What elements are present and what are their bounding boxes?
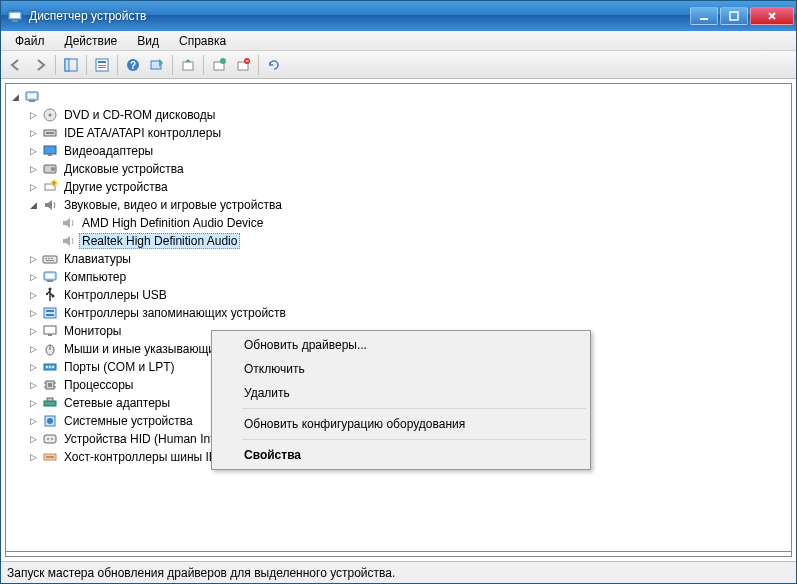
tree-category[interactable]: ◢Звуковые, видео и игровые устройства bbox=[6, 196, 791, 214]
svg-rect-61 bbox=[44, 401, 56, 406]
speaker-icon bbox=[60, 233, 76, 249]
tree-device[interactable]: Realtek High Definition Audio bbox=[6, 232, 791, 250]
toolbar-separator bbox=[172, 55, 173, 75]
expand-icon[interactable]: ▷ bbox=[27, 397, 39, 409]
menu-help[interactable]: Справка bbox=[171, 32, 234, 50]
tree-root-node[interactable]: ◢ bbox=[6, 88, 791, 106]
svg-rect-39 bbox=[46, 274, 54, 278]
ctx-disable[interactable]: Отключить bbox=[214, 357, 588, 381]
svg-point-64 bbox=[47, 418, 53, 424]
minimize-button[interactable] bbox=[690, 7, 718, 25]
svg-rect-26 bbox=[44, 146, 56, 154]
tree-category[interactable]: ▷Компьютер bbox=[6, 268, 791, 286]
tree-category-label: Процессоры bbox=[61, 377, 137, 393]
computer-icon bbox=[24, 89, 40, 105]
collapse-icon[interactable]: ◢ bbox=[9, 91, 21, 103]
expand-icon[interactable]: ▷ bbox=[27, 289, 39, 301]
uninstall-button[interactable] bbox=[232, 54, 254, 76]
svg-point-52 bbox=[46, 366, 48, 368]
ctx-delete[interactable]: Удалить bbox=[214, 381, 588, 405]
enable-button[interactable] bbox=[208, 54, 230, 76]
display-icon bbox=[42, 143, 58, 159]
properties-button[interactable] bbox=[91, 54, 113, 76]
expand-icon[interactable]: ▷ bbox=[27, 109, 39, 121]
svg-rect-62 bbox=[47, 398, 53, 401]
tree-category[interactable]: ▷Видеоадаптеры bbox=[6, 142, 791, 160]
tree-category[interactable]: ▷Контроллеры запоминающих устройств bbox=[6, 304, 791, 322]
svg-rect-47 bbox=[44, 326, 56, 334]
system-icon bbox=[42, 413, 58, 429]
svg-rect-20 bbox=[28, 94, 36, 98]
ide-icon bbox=[42, 125, 58, 141]
toolbar-separator bbox=[203, 55, 204, 75]
expand-icon[interactable]: ▷ bbox=[27, 415, 39, 427]
maximize-button[interactable] bbox=[720, 7, 748, 25]
svg-rect-3 bbox=[700, 18, 708, 20]
help-button[interactable]: ? bbox=[122, 54, 144, 76]
tree-category[interactable]: ▷Дисковые устройства bbox=[6, 160, 791, 178]
back-button[interactable] bbox=[5, 54, 27, 76]
svg-point-16 bbox=[220, 58, 226, 64]
show-hide-tree-button[interactable] bbox=[60, 54, 82, 76]
svg-rect-14 bbox=[183, 62, 193, 70]
close-button[interactable] bbox=[750, 7, 794, 25]
tree-category[interactable]: ▷Контроллеры USB bbox=[6, 286, 791, 304]
svg-rect-6 bbox=[65, 59, 69, 71]
expand-icon[interactable]: ▷ bbox=[27, 451, 39, 463]
titlebar: Диспетчер устройств bbox=[1, 1, 796, 31]
tree-category-label: Контроллеры запоминающих устройств bbox=[61, 305, 289, 321]
svg-rect-48 bbox=[48, 334, 52, 336]
update-driver-button[interactable] bbox=[177, 54, 199, 76]
menu-view[interactable]: Вид bbox=[129, 32, 167, 50]
expand-icon[interactable]: ▷ bbox=[27, 163, 39, 175]
ctx-update-drivers[interactable]: Обновить драйверы... bbox=[214, 333, 588, 357]
tree-category-label: Мониторы bbox=[61, 323, 124, 339]
tree-category-label: Сетевые адаптеры bbox=[61, 395, 173, 411]
monitor-icon bbox=[42, 323, 58, 339]
tree-category-label: Клавиатуры bbox=[61, 251, 134, 267]
tree-category[interactable]: ▷DVD и CD-ROM дисководы bbox=[6, 106, 791, 124]
svg-point-53 bbox=[49, 366, 51, 368]
svg-rect-40 bbox=[47, 280, 53, 282]
expand-icon[interactable]: ▷ bbox=[27, 343, 39, 355]
refresh-button[interactable] bbox=[263, 54, 285, 76]
tree-device[interactable]: AMD High Definition Audio Device bbox=[6, 214, 791, 232]
disc-icon bbox=[42, 107, 58, 123]
computer-icon bbox=[42, 269, 58, 285]
expand-icon[interactable]: ▷ bbox=[27, 379, 39, 391]
tree-category-label: Дисковые устройства bbox=[61, 161, 187, 177]
forward-button[interactable] bbox=[29, 54, 51, 76]
menu-action[interactable]: Действие bbox=[57, 32, 126, 50]
svg-rect-56 bbox=[48, 383, 52, 387]
expand-icon[interactable]: ▷ bbox=[27, 145, 39, 157]
expand-icon[interactable]: ▷ bbox=[27, 253, 39, 265]
menu-file[interactable]: Файл bbox=[7, 32, 53, 50]
collapse-icon[interactable]: ◢ bbox=[27, 199, 39, 211]
svg-rect-34 bbox=[45, 258, 47, 259]
window-title: Диспетчер устройств bbox=[29, 9, 690, 23]
svg-rect-21 bbox=[29, 100, 35, 102]
tree-category-label: DVD и CD-ROM дисководы bbox=[61, 107, 218, 123]
tree-category[interactable]: ▷IDE ATA/ATAPI контроллеры bbox=[6, 124, 791, 142]
port-icon bbox=[42, 359, 58, 375]
toolbar-separator bbox=[55, 55, 56, 75]
device-tree[interactable]: ◢▷DVD и CD-ROM дисководы▷IDE ATA/ATAPI к… bbox=[5, 83, 792, 552]
tree-category[interactable]: ▷Клавиатуры bbox=[6, 250, 791, 268]
svg-rect-9 bbox=[98, 65, 106, 66]
expand-icon[interactable]: ▷ bbox=[27, 361, 39, 373]
expand-icon[interactable]: ▷ bbox=[27, 433, 39, 445]
scan-hardware-button[interactable] bbox=[146, 54, 168, 76]
svg-rect-35 bbox=[48, 258, 50, 259]
ctx-properties[interactable]: Свойства bbox=[214, 443, 588, 467]
disk-icon bbox=[42, 161, 58, 177]
tree-category[interactable]: ▷?Другие устройства bbox=[6, 178, 791, 196]
expand-icon[interactable]: ▷ bbox=[27, 181, 39, 193]
expand-icon[interactable]: ▷ bbox=[27, 325, 39, 337]
cpu-icon bbox=[42, 377, 58, 393]
expand-icon[interactable]: ▷ bbox=[27, 307, 39, 319]
ctx-scan-hardware[interactable]: Обновить конфигурацию оборудования bbox=[214, 412, 588, 436]
expand-icon[interactable]: ▷ bbox=[27, 127, 39, 139]
tree-category-label: Системные устройства bbox=[61, 413, 196, 429]
expand-icon[interactable]: ▷ bbox=[27, 271, 39, 283]
svg-rect-46 bbox=[46, 314, 54, 316]
